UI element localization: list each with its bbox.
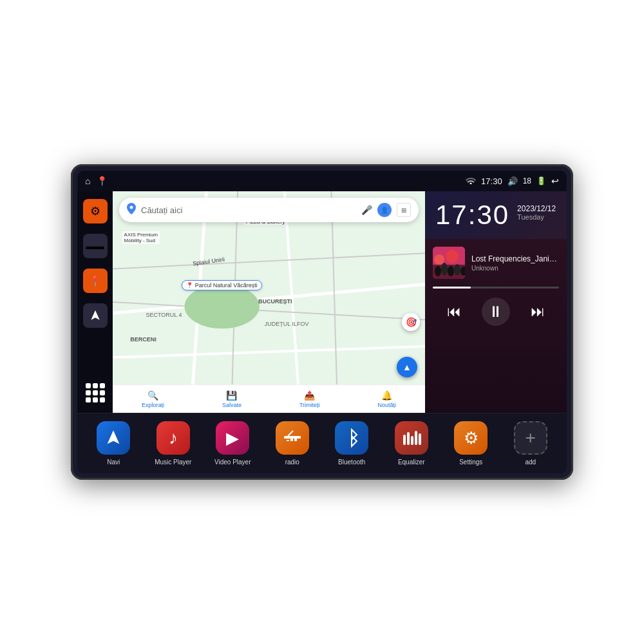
add-label: add xyxy=(525,459,536,466)
map-layers-icon[interactable]: ⊞ xyxy=(397,203,411,217)
add-icon: + xyxy=(514,421,547,455)
maps-icon[interactable]: 📍 xyxy=(97,176,108,186)
next-button[interactable]: ⏭ xyxy=(524,298,552,326)
app-grid-container: Navi ♪ Music Player ▶ Video Player xyxy=(77,413,567,473)
svg-rect-26 xyxy=(407,432,410,445)
svg-rect-22 xyxy=(294,439,297,441)
app-music-player[interactable]: ♪ Music Player xyxy=(151,421,195,466)
app-settings[interactable]: ⚙ Settings xyxy=(449,421,493,466)
app-video-player[interactable]: ▶ Video Player xyxy=(211,421,254,466)
sidebar-mappin-icon[interactable]: 📍 xyxy=(83,269,108,293)
right-panel: 17:30 2023/12/12 Tuesday xyxy=(425,191,567,413)
svg-rect-19 xyxy=(284,436,301,439)
map-nav-share[interactable]: 📤 Trimiteți xyxy=(299,390,320,408)
status-time: 17:30 xyxy=(481,176,502,186)
svg-point-11 xyxy=(434,254,444,265)
svg-point-17 xyxy=(454,264,460,276)
equalizer-icon xyxy=(395,421,428,455)
album-art xyxy=(433,247,465,279)
clock-time: 17:30 xyxy=(435,202,509,229)
explore-label: Explorați xyxy=(142,402,164,408)
news-label: Noutăți xyxy=(378,402,397,408)
map-search-text: Căutați aici xyxy=(141,205,356,215)
music-progress-bar[interactable] xyxy=(433,287,559,289)
explore-icon: 🔍 xyxy=(147,390,158,401)
map-bottom-nav: 🔍 Explorați 💾 Salvate 📤 Trimiteți � xyxy=(113,384,425,413)
battery-level: 18 xyxy=(523,176,531,185)
device-frame: ⌂ 📍 17:30 🔊 18 🔋 ↩ xyxy=(71,164,573,480)
wifi-icon xyxy=(466,176,476,186)
radio-label: radio xyxy=(285,459,299,466)
my-location-btn[interactable]: 🎯 xyxy=(402,313,420,331)
map-user-avatar[interactable]: 👤 xyxy=(377,203,392,217)
share-label: Trimiteți xyxy=(299,402,320,408)
prev-button[interactable]: ⏮ xyxy=(440,298,468,326)
clock-widget: 17:30 2023/12/12 Tuesday xyxy=(425,191,567,239)
map-label-buc: BUCUREȘTI xyxy=(256,298,294,305)
navi-label: Navi xyxy=(107,459,120,466)
music-player-label: Music Player xyxy=(155,459,191,466)
app-add[interactable]: + add xyxy=(509,421,553,466)
music-info: Lost Frequencies_Janie... Unknown xyxy=(433,247,559,279)
sidebar-folder-icon[interactable]: ▬▬ xyxy=(83,234,108,258)
main-content: ⚙ ▬▬ 📍 xyxy=(77,191,567,413)
map-label-axis: AXIS PremiumMobility - Sud xyxy=(122,231,160,244)
battery-icon: 🔋 xyxy=(536,176,546,185)
app-drawer-icon[interactable] xyxy=(83,381,108,405)
settings-label: Settings xyxy=(459,459,482,466)
svg-rect-27 xyxy=(411,436,413,445)
map-label-ilfov: JUDEȚUL ILFOV xyxy=(263,320,311,328)
pause-button[interactable]: ⏸ xyxy=(482,298,510,326)
music-title: Lost Frequencies_Janie... xyxy=(471,254,559,263)
volume-icon: 🔊 xyxy=(507,176,518,186)
saved-icon: 💾 xyxy=(226,390,237,401)
clock-day-value: Tuesday xyxy=(517,213,556,221)
map-nav-news[interactable]: 🔔 Noutăți xyxy=(378,390,397,408)
map-search-bar[interactable]: Căutați aici 🎤 👤 ⊞ xyxy=(119,198,419,222)
music-meta: Lost Frequencies_Janie... Unknown xyxy=(471,254,559,272)
svg-rect-20 xyxy=(287,440,289,441)
home-icon[interactable]: ⌂ xyxy=(85,176,90,186)
app-bluetooth[interactable]: Bluetooth xyxy=(330,421,374,466)
svg-rect-29 xyxy=(419,433,421,445)
map-nav-saved[interactable]: 💾 Salvate xyxy=(222,390,242,408)
map-label-berceni: BERCENI xyxy=(128,336,158,343)
music-progress-fill xyxy=(433,287,471,289)
map-pin-icon xyxy=(127,203,136,217)
app-radio[interactable]: radio xyxy=(270,421,314,466)
app-equalizer[interactable]: Equalizer xyxy=(390,421,433,466)
map-background: Căutați aici 🎤 👤 ⊞ AXIS PremiumMobility … xyxy=(113,191,425,413)
music-player-icon: ♪ xyxy=(156,421,190,455)
news-icon: 🔔 xyxy=(381,390,392,401)
grid-dots xyxy=(86,383,105,402)
back-icon[interactable]: ↩ xyxy=(551,176,559,186)
share-icon: 📤 xyxy=(304,390,315,401)
music-widget: Lost Frequencies_Janie... Unknown ⏮ ⏸ ⏭ xyxy=(425,239,567,413)
settings-icon: ⚙ xyxy=(454,421,488,455)
equalizer-label: Equalizer xyxy=(398,459,425,466)
sidebar-nav-icon[interactable] xyxy=(83,303,108,328)
status-right: 17:30 🔊 18 🔋 ↩ xyxy=(466,176,559,186)
map-mic-icon[interactable]: 🎤 xyxy=(361,205,372,215)
sidebar-settings-icon[interactable]: ⚙ xyxy=(83,199,108,223)
svg-point-15 xyxy=(441,263,448,276)
status-left: ⌂ 📍 xyxy=(85,176,108,186)
music-controls: ⏮ ⏸ ⏭ xyxy=(433,298,559,326)
svg-point-16 xyxy=(448,266,454,276)
app-navi[interactable]: Navi xyxy=(91,421,135,466)
bluetooth-icon xyxy=(335,421,368,455)
map-poi-park: 📍Parcul Natural Văcărești xyxy=(182,280,262,290)
clock-date: 2023/12/12 Tuesday xyxy=(517,204,556,221)
saved-label: Salvate xyxy=(222,402,242,408)
sidebar: ⚙ ▬▬ 📍 xyxy=(77,191,113,413)
map-area[interactable]: Căutați aici 🎤 👤 ⊞ AXIS PremiumMobility … xyxy=(113,191,425,413)
device-screen: ⌂ 📍 17:30 🔊 18 🔋 ↩ xyxy=(77,171,567,473)
video-player-label: Video Player xyxy=(214,459,251,466)
svg-rect-21 xyxy=(290,439,293,441)
music-artist: Unknown xyxy=(471,265,559,272)
svg-point-12 xyxy=(446,250,459,263)
status-bar: ⌂ 📍 17:30 🔊 18 🔋 ↩ xyxy=(77,171,567,191)
map-nav-explore[interactable]: 🔍 Explorați xyxy=(142,390,164,408)
bluetooth-label: Bluetooth xyxy=(338,459,365,466)
svg-point-9 xyxy=(185,284,260,328)
